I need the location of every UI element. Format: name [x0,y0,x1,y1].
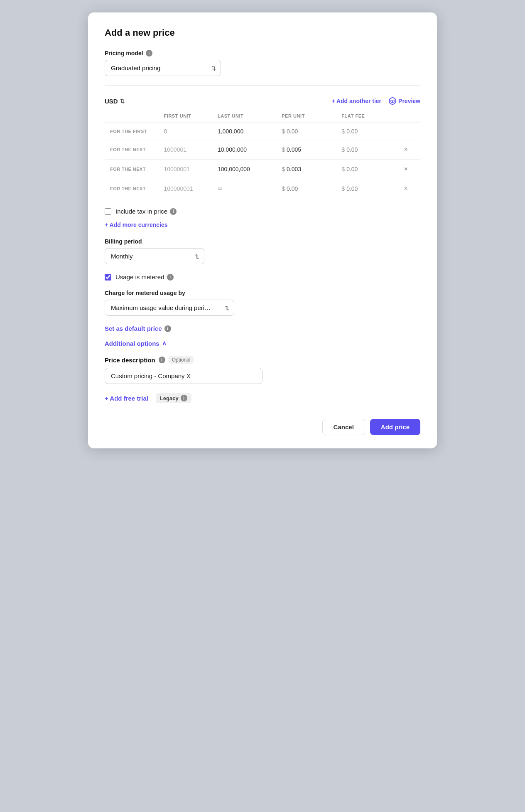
col-header-flat-fee: FLAT FEE [336,109,396,123]
col-header-last-unit: LAST UNIT [213,109,277,123]
additional-options-chevron-icon: ∧ [162,340,167,347]
delete-cell [396,123,420,140]
last-unit-input[interactable] [218,128,259,135]
usage-metered-checkbox[interactable] [105,274,111,281]
currency-actions: + Add another tier Preview [331,97,420,105]
preview-button[interactable]: Preview [389,97,420,105]
divider-1 [105,85,420,86]
add-tier-button[interactable]: + Add another tier [331,98,381,104]
currency-label[interactable]: USD ⇅ [105,98,125,105]
charge-metered-label: Charge for metered usage by [105,290,420,296]
billing-period-section: Billing period Monthly Weekly Every 3 mo… [105,238,420,264]
pricing-model-info-icon[interactable]: i [146,50,152,57]
flat-fee-currency-sym: $ [341,128,345,135]
flat-fee-currency-sym: $ [341,185,345,192]
flat-fee-input[interactable] [346,128,380,135]
charge-metered-select-wrapper[interactable]: Maximum usage value during peri… Sum of … [105,300,234,316]
per-unit-input[interactable] [287,146,320,153]
row-label: FOR THE NEXT [105,179,159,199]
billing-period-label: Billing period [105,238,420,245]
currency-row: USD ⇅ + Add another tier Preview [105,97,420,105]
set-default-info-icon[interactable]: i [164,325,171,332]
delete-row-button[interactable]: × [401,184,410,193]
per-unit-cell[interactable]: $ [277,160,336,179]
row-label: FOR THE NEXT [105,140,159,160]
include-tax-checkbox[interactable] [105,208,111,215]
per-unit-cell[interactable]: $ [277,140,336,160]
cancel-button[interactable]: Cancel [322,419,365,435]
add-free-trial-row: + Add free trial Legacy i [105,393,420,403]
last-unit-cell[interactable] [213,140,277,160]
delete-cell[interactable]: × [396,140,420,160]
flat-fee-input[interactable] [346,166,380,172]
charge-metered-section: Charge for metered usage by Maximum usag… [105,290,420,316]
flat-fee-cell[interactable]: $ [336,140,396,160]
table-row: FOR THE NEXT 100000001 ∞ $ $ × [105,179,420,199]
billing-period-select[interactable]: Monthly Weekly Every 3 months Every 6 mo… [105,248,204,264]
include-tax-row: Include tax in price i [105,208,420,215]
infinity-symbol: ∞ [218,185,222,192]
delete-cell[interactable]: × [396,160,420,179]
first-unit-cell: 10000001 [159,160,213,179]
set-default-price-button[interactable]: Set as default price i [105,325,171,332]
flat-fee-input[interactable] [346,146,380,153]
add-currencies-button[interactable]: + Add more currencies [105,221,168,228]
pricing-model-select-wrapper[interactable]: Graduated pricing Standard pricing Packa… [105,60,221,76]
first-unit-cell[interactable] [159,123,213,140]
price-description-info-icon[interactable]: i [159,357,165,363]
charge-metered-select[interactable]: Maximum usage value during peri… Sum of … [105,300,234,316]
optional-badge: Optional [169,356,194,364]
price-description-section: Price description i Optional [105,356,420,384]
pricing-model-label: Pricing model i [105,50,420,57]
svg-point-1 [392,101,393,102]
last-unit-cell: ∞ [213,179,277,199]
preview-eye-icon [389,97,396,105]
add-price-button[interactable]: Add price [370,419,420,435]
per-unit-cell[interactable]: $ [277,179,336,199]
modal-title: Add a new price [105,27,420,38]
per-unit-input[interactable] [287,166,320,172]
usage-metered-label: Usage is metered i [115,273,174,281]
flat-fee-currency-sym: $ [341,146,345,153]
pricing-model-select[interactable]: Graduated pricing Standard pricing Packa… [105,60,221,76]
per-unit-currency-sym: $ [282,146,285,153]
last-unit-input[interactable] [218,146,259,153]
per-unit-currency-sym: $ [282,185,285,192]
delete-row-button[interactable]: × [401,145,410,154]
currency-chevron-icon: ⇅ [120,98,125,104]
delete-cell[interactable]: × [396,179,420,199]
first-unit-cell: 1000001 [159,140,213,160]
last-unit-cell[interactable] [213,123,277,140]
usage-metered-row: Usage is metered i [105,273,420,281]
legacy-info-icon[interactable]: i [181,395,187,401]
per-unit-input[interactable] [287,185,320,192]
per-unit-currency-sym: $ [282,166,285,172]
flat-fee-cell[interactable]: $ [336,160,396,179]
delete-row-button[interactable]: × [401,165,410,174]
first-unit-input[interactable] [164,128,197,135]
table-row: FOR THE FIRST $ $ [105,123,420,140]
flat-fee-cell[interactable]: $ [336,179,396,199]
modal-footer: Cancel Add price [105,415,420,435]
additional-options-button[interactable]: Additional options ∧ [105,340,167,347]
include-tax-info-icon[interactable]: i [170,208,177,215]
row-label: FOR THE NEXT [105,160,159,179]
add-free-trial-button[interactable]: + Add free trial [105,395,148,402]
col-header-first-unit: FIRST UNIT [159,109,213,123]
last-unit-input[interactable] [218,166,259,172]
flat-fee-currency-sym: $ [341,166,345,172]
usage-metered-info-icon[interactable]: i [167,274,174,281]
last-unit-cell[interactable] [213,160,277,179]
include-tax-label: Include tax in price i [115,208,177,215]
legacy-badge: Legacy i [156,393,191,403]
table-row: FOR THE NEXT 1000001 $ $ × [105,140,420,160]
billing-period-select-wrapper[interactable]: Monthly Weekly Every 3 months Every 6 mo… [105,248,204,264]
flat-fee-cell[interactable]: $ [336,123,396,140]
col-header-per-unit: PER UNIT [277,109,336,123]
price-description-input[interactable] [105,368,262,384]
table-row: FOR THE NEXT 10000001 $ $ × [105,160,420,179]
per-unit-cell[interactable]: $ [277,123,336,140]
add-price-modal: Add a new price Pricing model i Graduate… [88,12,437,448]
per-unit-input[interactable] [287,128,320,135]
flat-fee-input[interactable] [346,185,380,192]
